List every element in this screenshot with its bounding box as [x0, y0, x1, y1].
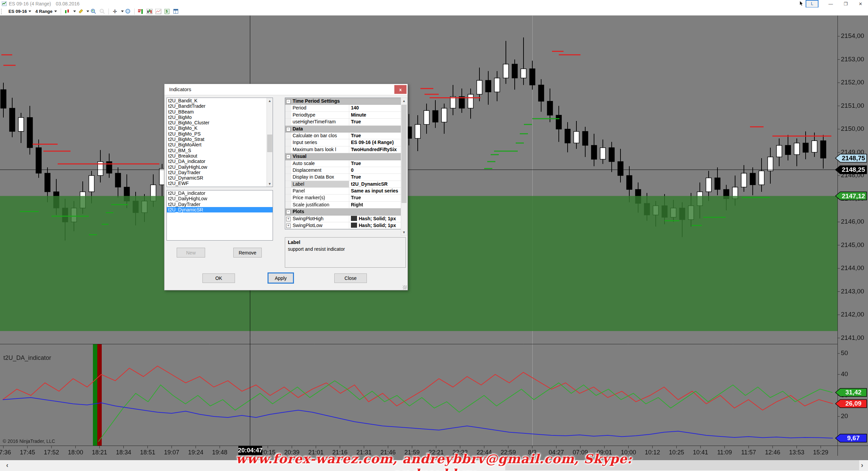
list-item[interactable]: t2U_DynamicSR	[167, 175, 273, 181]
ok-button[interactable]: OK	[202, 273, 235, 283]
dialog-title-bar[interactable]: Indicators x	[164, 84, 408, 95]
restore-button[interactable]: ❐	[838, 0, 853, 7]
watermark-text: www.forex-warez.com, andreybbrv@gmail.co…	[197, 451, 671, 471]
scroll-up-icon[interactable]: ▲	[401, 98, 407, 104]
scroll-down-icon[interactable]: ▼	[267, 181, 273, 187]
plot-style-icon	[351, 223, 357, 228]
list-item[interactable]: t2U_DailyHighLow	[167, 164, 273, 170]
instrument-dropdown[interactable]: ES 09-16	[8, 9, 31, 14]
chart-style-icon[interactable]	[64, 8, 71, 15]
property-row[interactable]: Input seriesES 09-16 (4 Range)	[285, 139, 401, 146]
list-item[interactable]: t2U_DayTrader	[167, 202, 273, 207]
property-row[interactable]: Scale justificationRight	[285, 202, 401, 208]
property-row[interactable]: Displacement0	[285, 167, 401, 174]
dialog-close-button[interactable]: x	[394, 85, 407, 94]
property-row[interactable]: PanelSame as input series	[285, 188, 401, 194]
property-row[interactable]: Labelt2U_DynamicSR	[285, 181, 401, 188]
property-grid-scrollbar[interactable]: ▲ ▼	[401, 98, 407, 236]
property-row[interactable]: Price marker(s)True	[285, 194, 401, 201]
property-row[interactable]: +SwingPlotLowHash; Solid; 1px	[285, 222, 401, 229]
chevron-down-icon[interactable]	[121, 11, 124, 12]
scroll-down-icon[interactable]: ▼	[401, 229, 407, 235]
property-row[interactable]: useHigherTimeFramTrue	[285, 119, 401, 125]
new-button[interactable]: New	[177, 248, 205, 258]
close-button[interactable]: Close	[334, 273, 367, 283]
indicator-panel-label: t2U_DA_indicator	[3, 354, 51, 362]
scroll-up-icon[interactable]: ▲	[267, 98, 273, 104]
chevron-down-icon	[28, 11, 31, 12]
remove-button[interactable]: Remove	[233, 248, 262, 258]
property-row[interactable]: Calculate on bar closTrue	[285, 132, 401, 139]
zoom-in-icon[interactable]: +	[90, 8, 97, 15]
list-item[interactable]: t2U_Bandit_K	[167, 98, 273, 103]
crosshair-icon[interactable]: ✛	[112, 8, 118, 15]
title-bar: ES 09-16 (4 Range) 03.08.2016 L ― ❐ ✕	[0, 0, 868, 7]
list-item[interactable]: t2U_EWF	[167, 181, 273, 186]
description-text: support and resist indicator	[288, 246, 403, 252]
zoom-out-icon[interactable]	[99, 8, 106, 15]
period-dropdown[interactable]: 4 Range	[35, 9, 57, 14]
property-group-row[interactable]: −Time Period Settings	[285, 98, 401, 105]
window-title: ES 09-16 (4 Range)	[9, 1, 51, 6]
svg-text:+: +	[92, 9, 94, 13]
list-item[interactable]: t2U_BigMo_PS	[167, 131, 273, 137]
list-item[interactable]: t2U_BigMo_K	[167, 125, 273, 131]
property-group-row[interactable]: −Visual	[285, 153, 401, 160]
list-item[interactable]: t2U_Breakout	[167, 153, 273, 159]
list-item[interactable]: t2U_BigMo	[167, 115, 273, 120]
property-row[interactable]: Maximum bars look lTwoHundredFiftySix	[285, 146, 401, 153]
list-item[interactable]: t2U_BBeam	[167, 109, 273, 115]
dialog-title: Indicators	[169, 86, 191, 92]
chart-window-icon[interactable]	[146, 8, 153, 15]
property-row[interactable]: Auto scaleTrue	[285, 160, 401, 167]
scroll-left-icon[interactable]: ‹	[6, 461, 8, 469]
chevron-down-icon[interactable]	[86, 11, 89, 12]
list-item[interactable]: t2U_DynamicSR	[167, 207, 273, 212]
description-title: Label	[288, 240, 403, 245]
chevron-down-icon	[54, 11, 57, 12]
property-row[interactable]: +SwingPlotHighHash; Solid; 1px	[285, 216, 401, 222]
property-row[interactable]: Period140	[285, 105, 401, 111]
market-analyzer-icon[interactable]	[137, 8, 144, 15]
list-scrollbar[interactable]: ▲ ▼	[267, 98, 273, 187]
property-description-box: Label support and resist indicator	[285, 237, 406, 268]
property-row[interactable]: PeriodtypeMinute	[285, 112, 401, 119]
list-item[interactable]: t2U_BM_S	[167, 148, 273, 153]
plot-style-icon	[351, 216, 357, 221]
app-icon	[2, 1, 7, 6]
indicators-dialog: Indicators x t2U_Bandit_Kt2U_BanditTrade…	[164, 84, 408, 290]
property-group-row[interactable]: −Plots	[285, 208, 401, 215]
account-data-icon[interactable]: $	[164, 8, 171, 15]
draw-pencil-icon[interactable]	[77, 8, 84, 15]
chart-toolbar: ES 09-16 4 Range + ✛	[0, 7, 868, 16]
property-grid[interactable]: −Time Period SettingsPeriod140Periodtype…	[285, 98, 401, 229]
magnify-region-icon[interactable]	[125, 8, 132, 15]
available-indicators-list[interactable]: t2U_Bandit_Kt2U_BanditTradert2U_BBeamt2U…	[166, 98, 273, 187]
copyright-text: © 2016 NinjaTrader, LLC	[3, 438, 55, 444]
minimize-button[interactable]: ―	[823, 0, 838, 7]
chevron-down-icon[interactable]	[73, 11, 76, 12]
list-item[interactable]: t2U_DailyHighLow	[167, 196, 273, 201]
window-date: 03.08.2016	[56, 1, 80, 6]
list-item[interactable]: t2U_BigMo_Cluster	[167, 120, 273, 125]
apply-button[interactable]: Apply	[268, 273, 293, 283]
list-item[interactable]: t2U_BanditTrader	[167, 103, 273, 109]
data-box-icon[interactable]	[173, 8, 179, 15]
applied-indicators-list[interactable]: t2U_DA_indicatort2U_DailyHighLowt2U_DayT…	[166, 190, 273, 241]
list-item[interactable]: t2U_DayTrader	[167, 170, 273, 175]
mouse-cursor	[800, 1, 804, 6]
list-item[interactable]: t2U_BigMoAlert	[167, 142, 273, 147]
close-window-button[interactable]: ✕	[853, 0, 868, 7]
scroll-right-icon[interactable]: ›	[861, 461, 863, 469]
link-button[interactable]: L	[806, 0, 818, 8]
property-row[interactable]: Display in Data BoxTrue	[285, 174, 401, 181]
list-item[interactable]: t2U_DA_indicator	[167, 190, 273, 196]
toolbar-grip[interactable]	[1, 9, 4, 14]
list-item[interactable]: t2U_DA_indicator	[167, 159, 273, 164]
strategy-chart-icon[interactable]	[155, 8, 162, 15]
property-group-row[interactable]: −Data	[285, 126, 401, 132]
dialog-resize-grip[interactable]	[403, 285, 407, 289]
svg-text:$: $	[166, 9, 168, 13]
list-item[interactable]: t2U_BigMo_Strat	[167, 137, 273, 142]
chart-canvas[interactable]	[0, 15, 868, 460]
